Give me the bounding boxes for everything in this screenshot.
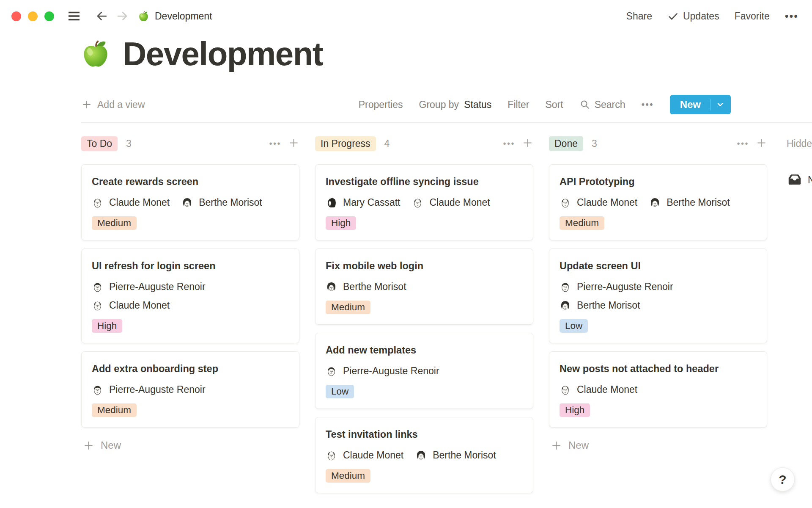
- priority-badge: High: [326, 216, 356, 230]
- assignee: Pierre-Auguste Renoir: [560, 280, 757, 293]
- column-more-icon[interactable]: •••: [503, 139, 515, 149]
- close-icon[interactable]: [11, 11, 21, 21]
- card[interactable]: Update screen UI Pierre-Auguste Renoir B…: [549, 248, 767, 343]
- menu-icon[interactable]: [67, 9, 81, 23]
- add-card-button[interactable]: New: [81, 439, 299, 451]
- status-badge[interactable]: In Progress: [315, 136, 376, 151]
- properties-button[interactable]: Properties: [359, 99, 403, 110]
- card[interactable]: Create rewards screen Claude Monet Berth…: [81, 164, 299, 240]
- green-apple-icon: [138, 11, 149, 22]
- card[interactable]: API Prototyping Claude Monet Berthe Mori…: [549, 164, 767, 240]
- assignee: Berthe Morisot: [560, 299, 757, 312]
- minimize-icon[interactable]: [28, 11, 38, 21]
- avatar-pierre-auguste-renoir: [92, 384, 103, 395]
- avatar-berthe-morisot: [560, 300, 571, 311]
- window-titlebar: Development Share Updates Favorite •••: [0, 0, 812, 32]
- hidden-group-no-status[interactable]: No Status: [787, 172, 812, 188]
- search-icon: [579, 99, 590, 110]
- priority-badge: Medium: [326, 469, 370, 483]
- assignee: Claude Monet: [560, 383, 637, 396]
- avatar-pierre-auguste-renoir: [92, 281, 103, 293]
- priority-badge: High: [560, 403, 590, 417]
- add-view-button[interactable]: Add a view: [81, 99, 145, 110]
- status-badge[interactable]: To Do: [81, 136, 118, 151]
- breadcrumb[interactable]: Development: [138, 11, 212, 22]
- plus-icon: [81, 99, 92, 110]
- inbox-icon: [787, 172, 803, 188]
- column-count: 4: [384, 138, 390, 149]
- avatar-berthe-morisot: [181, 197, 193, 208]
- card[interactable]: Add new templates Pierre-Auguste Renoir …: [315, 333, 533, 409]
- assignee: Claude Monet: [92, 299, 289, 312]
- status-badge[interactable]: Done: [549, 136, 583, 151]
- more-options-icon[interactable]: •••: [785, 10, 798, 22]
- chevron-down-icon[interactable]: [710, 99, 731, 110]
- priority-badge: Medium: [326, 301, 370, 314]
- assignee: Berthe Morisot: [181, 196, 262, 209]
- group-by-value: Status: [464, 99, 491, 110]
- card[interactable]: New posts not attached to header Claude …: [549, 351, 767, 428]
- priority-badge: Low: [326, 385, 354, 398]
- column-count: 3: [592, 138, 597, 149]
- favorite-button[interactable]: Favorite: [735, 11, 770, 22]
- sort-button[interactable]: Sort: [545, 99, 563, 110]
- page-title[interactable]: Development: [123, 37, 323, 70]
- column-add-icon[interactable]: [756, 137, 767, 150]
- avatar-berthe-morisot: [415, 450, 427, 461]
- filter-button[interactable]: Filter: [508, 99, 529, 110]
- card-title: Create rewards screen: [92, 175, 289, 188]
- zoom-icon[interactable]: [44, 11, 54, 21]
- card-title: UI refresh for login screen: [92, 259, 289, 273]
- card[interactable]: Test invitation links Claude Monet Berth…: [315, 417, 533, 493]
- new-button[interactable]: New: [670, 95, 731, 114]
- card-title: API Prototyping: [560, 175, 757, 188]
- assignee: Berthe Morisot: [415, 449, 496, 461]
- avatar-mary-cassatt: [326, 197, 337, 208]
- assignee: Claude Monet: [412, 196, 490, 209]
- hidden-groups-panel: Hidden groups No Status: [787, 135, 812, 188]
- assignee: Claude Monet: [92, 196, 170, 209]
- avatar-claude-monet: [92, 300, 103, 311]
- share-button[interactable]: Share: [626, 11, 652, 22]
- avatar-claude-monet: [326, 450, 337, 461]
- assignee: Mary Cassatt: [326, 196, 400, 209]
- help-button[interactable]: ?: [771, 467, 795, 491]
- updates-button[interactable]: Updates: [667, 11, 719, 22]
- forward-icon[interactable]: [116, 10, 129, 22]
- assignee: Berthe Morisot: [649, 196, 730, 209]
- column-add-icon[interactable]: [288, 137, 299, 150]
- avatar-claude-monet: [412, 197, 423, 208]
- column-add-icon[interactable]: [522, 137, 533, 150]
- column-to-do: To Do 3 ••• Create rewards screen Claude…: [81, 135, 299, 451]
- toolbar-divider: [81, 122, 812, 123]
- avatar-pierre-auguste-renoir: [326, 365, 337, 377]
- kanban-board: To Do 3 ••• Create rewards screen Claude…: [81, 135, 812, 508]
- column-more-icon[interactable]: •••: [737, 139, 749, 149]
- priority-badge: Medium: [92, 403, 137, 417]
- card-title: Test invitation links: [326, 428, 523, 441]
- column-more-icon[interactable]: •••: [269, 139, 281, 149]
- assignee: Claude Monet: [326, 449, 403, 461]
- view-more-icon[interactable]: •••: [642, 99, 654, 110]
- card[interactable]: Add extra onboarding step Pierre-Auguste…: [81, 351, 299, 428]
- column-done: Done 3 ••• API Prototyping Claude Monet …: [549, 135, 767, 451]
- priority-badge: High: [92, 319, 122, 333]
- assignee: Pierre-Auguste Renoir: [92, 383, 206, 396]
- group-by-button[interactable]: Group by Status: [419, 99, 492, 110]
- card[interactable]: UI refresh for login screen Pierre-Augus…: [81, 248, 299, 343]
- view-toolbar: Add a view Properties Group by Status Fi…: [81, 94, 731, 115]
- card[interactable]: Fix mobile web login Berthe Morisot Medi…: [315, 248, 533, 325]
- hidden-groups-toggle[interactable]: Hidden groups: [787, 135, 812, 152]
- avatar-berthe-morisot: [326, 281, 337, 293]
- page-icon-green-apple[interactable]: [80, 39, 111, 69]
- priority-badge: Medium: [560, 216, 604, 230]
- card[interactable]: Investigate offline syncing issue Mary C…: [315, 164, 533, 240]
- add-card-button[interactable]: New: [549, 439, 767, 451]
- card-title: Add extra onboarding step: [92, 362, 289, 375]
- assignee: Pierre-Auguste Renoir: [326, 364, 439, 377]
- card-title: Investigate offline syncing issue: [326, 175, 523, 188]
- plus-icon: [551, 440, 562, 451]
- back-icon[interactable]: [96, 10, 108, 22]
- priority-badge: Low: [560, 319, 588, 333]
- search-button[interactable]: Search: [579, 99, 625, 110]
